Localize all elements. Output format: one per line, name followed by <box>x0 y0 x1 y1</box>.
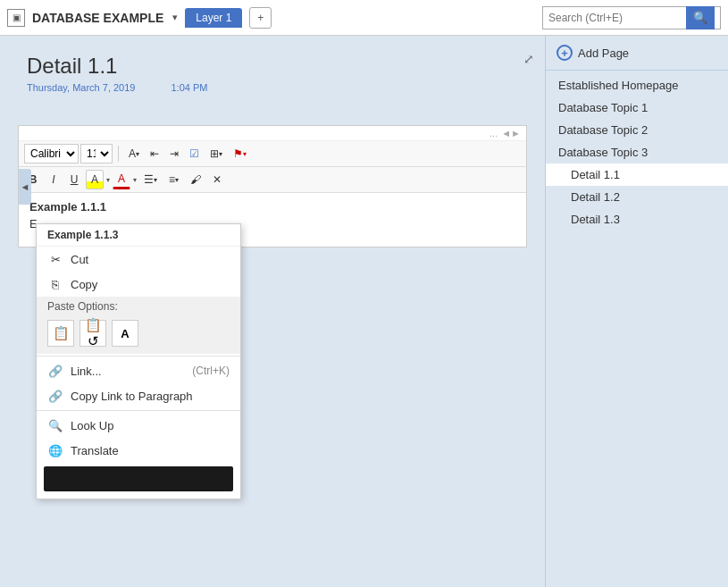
lookup-icon: 🔍 <box>47 417 63 433</box>
tab-layer1[interactable]: Layer 1 <box>185 8 242 28</box>
clear-format-btn[interactable]: ✕ <box>208 170 226 189</box>
paste-options-section: Paste Options: 📋 📋↺ A <box>37 297 240 354</box>
paint-btn[interactable]: 🖌 <box>186 170 205 189</box>
lookup-label: Look Up <box>71 419 230 432</box>
font-group: Calibri 11 <box>24 144 113 164</box>
copy-menu-item[interactable]: ⎘ Copy <box>37 272 240 297</box>
font-family-select[interactable]: Calibri <box>24 144 79 164</box>
add-page-circle-icon: + <box>556 45 573 61</box>
app-dropdown-arrow[interactable]: ▾ <box>172 12 178 23</box>
num-list-btn[interactable]: ≡▾ <box>164 170 183 189</box>
format-group: A▾ ⇤ ⇥ ☑ ⊞▾ ⚑▾ <box>124 144 251 164</box>
toolbar-row2: B I U A ▾ A ▾ ☰▾ ≡▾ 🖌 ✕ <box>19 167 526 193</box>
sidebar-navigation: Established Homepage Database Topic 1 Da… <box>546 71 728 587</box>
search-box: 🔍 <box>542 6 721 29</box>
sidebar-item-detail11[interactable]: Detail 1.1 <box>546 164 728 186</box>
main-layout: Detail 1.1 Thursday, March 7, 2019 1:04 … <box>0 36 728 587</box>
ctx-sep1 <box>37 356 240 356</box>
page-title: Detail 1.1 <box>27 54 518 79</box>
paste-options-label: Paste Options: <box>47 300 230 313</box>
search-button[interactable]: 🔍 <box>686 6 715 29</box>
context-search-bar[interactable] <box>44 466 233 491</box>
paste-format-btn[interactable]: 📋↺ <box>79 320 106 347</box>
ctx-sep2 <box>37 410 240 411</box>
translate-icon: 🌐 <box>47 442 63 458</box>
sidebar-item-topic3[interactable]: Database Topic 3 <box>546 141 728 164</box>
checkbox-btn[interactable]: ☑ <box>185 144 204 164</box>
link-label: Link... <box>71 365 185 378</box>
cut-menu-item[interactable]: ✂ Cut <box>37 247 240 272</box>
context-menu-title: Example 1.1.3 <box>37 224 240 247</box>
cut-icon: ✂ <box>47 251 63 267</box>
add-tab-button[interactable]: + <box>249 7 272 29</box>
sidebar-item-homepage[interactable]: Established Homepage <box>546 74 728 96</box>
copy-link-menu-item[interactable]: 🔗 Copy Link to Paragraph <box>37 383 240 408</box>
sidebar-item-topic2[interactable]: Database Topic 2 <box>546 119 728 141</box>
context-menu: Example 1.1.3 ✂ Cut ⎘ Copy Paste Options… <box>36 223 241 499</box>
right-sidebar: + Add Page Established Homepage Database… <box>545 36 728 587</box>
toolbar-row1: Calibri 11 A▾ ⇤ ⇥ ☑ ⊞▾ ⚑▾ <box>19 141 526 167</box>
editor-topbar: ... ◄► <box>19 126 526 141</box>
translate-menu-item[interactable]: 🌐 Translate <box>37 438 240 463</box>
copy-link-icon: 🔗 <box>47 388 63 404</box>
lookup-menu-item[interactable]: 🔍 Look Up <box>37 413 240 438</box>
font-color-btn2[interactable]: A <box>113 170 130 189</box>
underline-button[interactable]: U <box>65 170 83 189</box>
add-page-button[interactable]: + Add Page <box>546 36 728 71</box>
add-page-label: Add Page <box>578 46 629 60</box>
highlight-arrow[interactable]: ▾ <box>106 176 110 184</box>
flag-btn[interactable]: ⚑▾ <box>229 144 251 164</box>
link-icon: 🔗 <box>47 363 63 379</box>
indent-decrease-btn[interactable]: ⇤ <box>146 144 163 164</box>
nav-arrows[interactable]: ◄► <box>501 128 521 138</box>
page-time: 1:04 PM <box>171 82 207 93</box>
font-size-select[interactable]: 11 <box>80 144 113 164</box>
page-date: Thursday, March 7, 2019 <box>27 82 135 93</box>
paste-text-btn[interactable]: A <box>112 320 138 347</box>
page-view: Detail 1.1 Thursday, March 7, 2019 1:04 … <box>0 36 545 125</box>
special1-btn[interactable]: ⊞▾ <box>205 144 227 164</box>
indent-increase-btn[interactable]: ⇥ <box>165 144 183 164</box>
italic-button[interactable]: I <box>45 170 63 189</box>
paste-icons-row: 📋 📋↺ A <box>47 316 230 350</box>
cut-label: Cut <box>71 253 230 266</box>
font-color-arrow[interactable]: ▾ <box>133 176 137 184</box>
copy-label: Copy <box>71 278 230 291</box>
paste-default-btn[interactable]: 📋 <box>47 320 74 347</box>
app-icon: ▣ <box>7 9 25 27</box>
dots-label: ... <box>490 128 498 138</box>
sidebar-item-topic1[interactable]: Database Topic 1 <box>546 96 728 119</box>
content-area: Detail 1.1 Thursday, March 7, 2019 1:04 … <box>0 36 545 587</box>
search-input[interactable] <box>548 12 682 24</box>
expand-icon[interactable]: ⤢ <box>523 52 534 66</box>
page-meta: Thursday, March 7, 2019 1:04 PM <box>27 82 518 93</box>
font-color-btn[interactable]: A▾ <box>124 144 144 164</box>
copy-icon: ⎘ <box>47 276 63 292</box>
link-menu-item[interactable]: 🔗 Link... (Ctrl+K) <box>37 358 240 383</box>
link-shortcut: (Ctrl+K) <box>192 365 230 377</box>
collapse-left-arrow[interactable]: ◄ <box>19 169 31 205</box>
translate-label: Translate <box>71 444 230 457</box>
highlight-btn[interactable]: A <box>86 170 104 189</box>
title-bar: ▣ DATABASE EXAMPLE ▾ Layer 1 + 🔍 <box>0 0 728 36</box>
bullet-list-btn[interactable]: ☰▾ <box>139 170 162 189</box>
sidebar-item-detail12[interactable]: Detail 1.2 <box>546 186 728 208</box>
app-title: DATABASE EXAMPLE <box>32 11 163 25</box>
sidebar-item-detail13[interactable]: Detail 1.3 <box>546 208 728 231</box>
editor-example-text1: Example 1.1.1 <box>29 200 515 214</box>
sep1 <box>118 146 119 162</box>
copy-link-label: Copy Link to Paragraph <box>71 390 230 403</box>
